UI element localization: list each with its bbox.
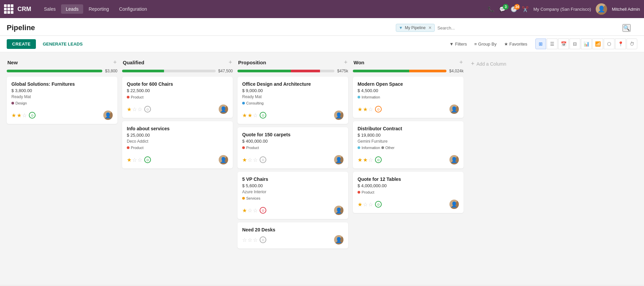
star-3[interactable]: ☆	[253, 112, 258, 119]
star-1[interactable]: ★	[358, 106, 362, 113]
card-proposition-2[interactable]: 5 VP Chairs $ 5,600.00 Azure Interior Se…	[237, 172, 348, 219]
groupby-button[interactable]: ≡ Group By	[472, 40, 499, 48]
star-1[interactable]: ★	[242, 207, 247, 214]
star-1[interactable]: ★	[358, 157, 362, 163]
card-avatar: 👤	[334, 235, 343, 244]
star-3[interactable]: ☆	[253, 207, 258, 214]
card-won-2[interactable]: Quote for 12 Tables $ 4,000,000.00 Produ…	[353, 172, 464, 213]
card-avatar: 👤	[449, 155, 459, 164]
column-title-new: New	[7, 60, 18, 65]
column-add-btn-new[interactable]: +	[113, 59, 117, 66]
card-won-0[interactable]: Modern Open Space $ 4,500.00 Information…	[353, 77, 464, 118]
star-3[interactable]: ☆	[368, 201, 373, 208]
star-3[interactable]: ☆	[253, 237, 258, 243]
star-2[interactable]: ★	[363, 106, 368, 113]
card-footer: ★★☆ ⊙ 👤	[358, 104, 459, 114]
card-qualified-0[interactable]: Quote for 600 Chairs $ 22,500.00 Product…	[122, 77, 233, 118]
tag-dot	[242, 197, 245, 200]
status-icon: ⊙	[260, 156, 266, 163]
search-input[interactable]	[435, 24, 623, 32]
star-2[interactable]: ☆	[132, 157, 137, 163]
star-3[interactable]: ☆	[138, 157, 142, 163]
avatar[interactable]: 👤	[596, 3, 607, 15]
stars: ★☆☆	[127, 106, 142, 113]
card-avatar: 👤	[219, 104, 228, 114]
view-table[interactable]: ⊟	[570, 39, 580, 49]
chat-icon[interactable]: 💬 3	[499, 6, 506, 12]
view-kanban[interactable]: ⊞	[535, 39, 546, 49]
star-2[interactable]: ☆	[248, 237, 252, 243]
card-rating: ★★☆ ⊙	[242, 112, 266, 119]
nav-leads[interactable]: Leads	[61, 4, 83, 14]
search-button[interactable]: 🔍	[623, 24, 631, 32]
view-settings[interactable]: ⏱	[627, 39, 637, 49]
column-add-btn-won[interactable]: +	[459, 59, 463, 66]
star-1[interactable]: ★	[358, 201, 362, 208]
card-proposition-0[interactable]: Office Design and Architecture $ 9,000.0…	[237, 77, 348, 124]
app-grid-icon[interactable]	[4, 4, 13, 14]
star-1[interactable]: ★	[127, 157, 131, 163]
phone-icon[interactable]: 📞	[488, 6, 494, 12]
filters-button[interactable]: ▼ Filters	[447, 40, 470, 48]
stars: ★★☆	[242, 112, 258, 119]
column-add-btn-qualified[interactable]: +	[228, 59, 232, 66]
star-3[interactable]: ☆	[368, 106, 373, 113]
card-proposition-3[interactable]: Need 20 Desks ☆☆☆ ⊙ 👤	[237, 222, 348, 248]
star-2[interactable]: ☆	[248, 207, 252, 214]
card-avatar: 👤	[334, 155, 343, 164]
card-tags: Information	[358, 94, 459, 102]
star-1[interactable]: ★	[242, 157, 247, 163]
star-1[interactable]: ★	[242, 112, 247, 119]
tag-dot	[242, 102, 245, 104]
star-2[interactable]: ★	[248, 112, 252, 119]
stars: ★★☆	[358, 106, 373, 113]
generate-leads-button[interactable]: GENERATE LEADS	[39, 39, 86, 49]
progress-bar-won	[353, 70, 446, 72]
card-proposition-1[interactable]: Quote for 150 carpets $ 400,000.00 Produ…	[237, 127, 348, 168]
star-2[interactable]: ★	[17, 112, 21, 119]
star-2[interactable]: ★	[363, 157, 368, 163]
column-add-btn-proposition[interactable]: +	[344, 59, 347, 66]
star-2[interactable]: ☆	[132, 106, 137, 113]
add-column-label: Add a Column	[477, 61, 506, 67]
add-column-area: + Add a Column	[468, 58, 542, 279]
cut-icon[interactable]: ✂️	[522, 6, 529, 12]
star-3[interactable]: ☆	[368, 157, 373, 163]
star-3[interactable]: ☆	[138, 106, 142, 113]
status-icon: ⊙	[260, 112, 266, 119]
card-amount: $ 22,500.00	[127, 88, 228, 93]
card-amount: $ 400,000.00	[242, 139, 343, 144]
card-amount: $ 25,000.00	[127, 133, 228, 138]
star-1[interactable]: ☆	[242, 237, 247, 243]
nav-sales[interactable]: Sales	[39, 4, 60, 14]
add-column-button[interactable]: + Add a Column	[468, 59, 509, 69]
filter-tag[interactable]: ▼ My Pipeline ✕	[396, 24, 435, 32]
filter-tag-close[interactable]: ✕	[428, 25, 432, 30]
star-2[interactable]: ☆	[248, 157, 252, 163]
view-calendar[interactable]: 📅	[558, 39, 569, 49]
card-tags: Product	[358, 190, 459, 197]
star-1[interactable]: ★	[127, 106, 131, 113]
star-3[interactable]: ☆	[22, 112, 27, 119]
column-title-won: Won	[354, 60, 364, 65]
status-icon: ⊙	[375, 156, 382, 163]
card-qualified-1[interactable]: Info about services $ 25,000.00 Deco Add…	[122, 121, 233, 168]
star-2[interactable]: ☆	[363, 201, 368, 208]
app-logo[interactable]: CRM	[17, 6, 31, 13]
activity-icon[interactable]: 🕐 34	[511, 6, 517, 12]
card-new-0[interactable]: Global Solutions: Furnitures $ 3,800.00 …	[7, 77, 117, 124]
star-3[interactable]: ☆	[253, 157, 258, 163]
view-activity[interactable]: ⬡	[604, 39, 614, 49]
star-1[interactable]: ★	[11, 112, 16, 119]
nav-configuration[interactable]: Configuration	[114, 4, 152, 14]
view-chart[interactable]: 📊	[581, 39, 592, 49]
create-button[interactable]: CREATE	[7, 39, 36, 49]
view-map[interactable]: 📍	[615, 39, 626, 49]
card-won-1[interactable]: Distributor Contract $ 19,800.00 Gemini …	[353, 121, 464, 168]
nav-reporting[interactable]: Reporting	[84, 4, 114, 14]
favorites-button[interactable]: ★ Favorites	[501, 40, 530, 48]
tag-dot	[127, 96, 129, 98]
view-list[interactable]: ☰	[547, 39, 557, 49]
card-rating: ★★☆ ⊙	[358, 106, 382, 113]
view-pivot[interactable]: 📶	[592, 39, 603, 49]
